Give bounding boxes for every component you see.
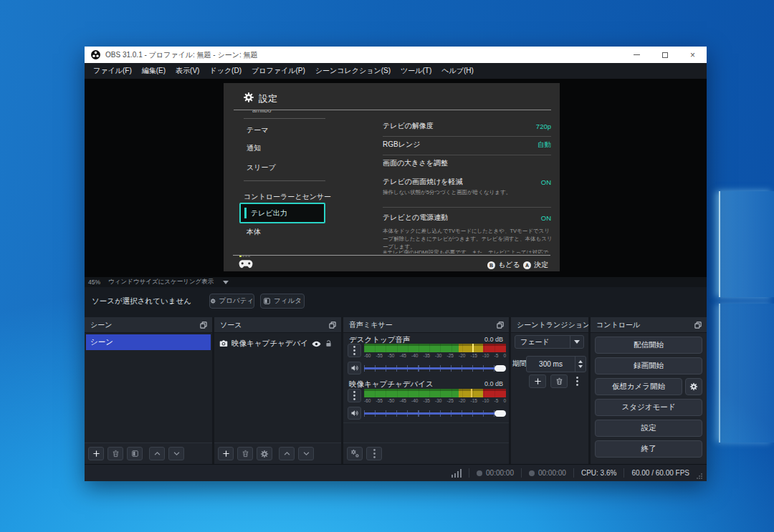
scene-item-selected[interactable]: シーン [86,334,211,350]
sources-dock-header: ソース [214,317,341,333]
scale-dropdown-caret-icon[interactable] [223,281,229,284]
minimize-button[interactable] [623,47,651,63]
settings-desc-burnin: 操作しない状態が5分つづくと画面が暗くなります。 [383,188,553,196]
menu-view[interactable]: 表示(V) [171,66,204,76]
source-name: 映像キャプチャデバイス [231,339,308,349]
duration-value: 300 ms [527,360,575,368]
volume-slider[interactable] [364,410,506,417]
sources-toolbar [214,442,341,464]
virtual-camera-settings-button[interactable] [685,378,702,395]
sidebar-item-sleep: スリープ [247,163,276,173]
menu-profile[interactable]: プロファイル(P) [247,66,310,76]
settings-button[interactable]: 設定 [595,420,702,437]
settings-title: 設定 [259,92,277,105]
popout-icon[interactable] [694,321,702,329]
source-toolbar: ソースが選択されていません プロパティ フィルタ [85,287,707,317]
controls-dock-title: コントロール [596,320,640,330]
sidebar-item-console: 本体 [247,227,261,237]
resize-grip[interactable] [697,473,702,481]
menubar: ファイル(F) 編集(E) 表示(V) ドック(D) プロファイル(P) シーン… [85,63,707,79]
preview-scale-bar: 45% ウィンドウサイズにスケーリング表示 [85,277,707,287]
maximize-button[interactable] [651,47,679,63]
transitions-dock-title: シーントランジション [517,320,588,330]
add-scene-button[interactable] [88,447,104,460]
mixer-separator [343,422,509,423]
channel-level: 0.0 dB [484,380,503,387]
settings-row-resolution: テレビの解像度720p [383,121,551,131]
lock-icon[interactable] [325,339,333,348]
menu-scene-collection[interactable]: シーンコレクション(S) [310,66,396,76]
mixer-body: デスクトップ音声 0.0 dB -60-55-50-45-40-35-30-25… [343,333,509,442]
remove-scene-button[interactable] [108,447,123,460]
scene-down-button[interactable] [168,447,184,460]
row-divider [383,136,551,137]
hint-ok: A 決定 [523,260,548,270]
peak-indicator [472,344,474,352]
sidebar-item-controllers: コントローラーとセンサー [244,192,331,202]
sidebar-divider [244,118,325,119]
remove-transition-button[interactable] [550,374,568,388]
settings-row-power-sync: テレビとの電源連動ON [383,213,551,223]
scenes-dock: シーン シーン [85,317,212,464]
menu-help[interactable]: ヘルプ(H) [436,66,479,76]
source-up-button[interactable] [279,447,295,460]
signal-icon [452,469,462,478]
sidebar-item-tv-output-selected: テレビ出力 [239,203,325,223]
menu-edit[interactable]: 編集(E) [137,66,171,76]
exit-button[interactable]: 終了 [595,440,702,458]
filters-button[interactable]: フィルタ [260,294,305,309]
properties-button[interactable]: プロパティ [209,294,254,309]
source-properties-button[interactable] [257,447,272,460]
volume-slider[interactable] [364,364,506,372]
transition-select[interactable]: フェード [515,335,584,349]
sidebar-item-theme: テーマ [247,125,268,135]
transition-menu-button[interactable] [571,374,583,388]
menu-docks[interactable]: ドック(D) [204,66,247,76]
volume-meter [364,389,506,397]
duration-spinner[interactable]: 300 ms [526,356,586,372]
popout-icon[interactable] [199,321,208,329]
slider-handle[interactable] [494,365,506,372]
start-streaming-button[interactable]: 配信開始 [595,337,702,354]
a-button-icon: A [523,261,531,269]
meter-scale: -60-55-50-45-40-35-30-25-20-15-10-50 [364,398,506,403]
spinner-arrows[interactable] [575,357,586,372]
source-down-button[interactable] [298,447,314,460]
popout-icon[interactable] [328,321,337,329]
remove-source-button[interactable] [237,447,253,460]
mute-speaker-button[interactable] [348,407,361,420]
meter-scale: -60-55-50-45-40-35-30-25-20-15-10-50 [364,353,506,358]
add-transition-button[interactable] [529,374,546,388]
record-icon [529,470,535,476]
scene-up-button[interactable] [149,447,165,460]
audio-mixer-dock: 音声ミキサー デスクトップ音声 0.0 dB -60-55-50-45-40-3… [343,317,509,464]
visibility-eye-icon[interactable] [312,339,321,349]
popout-icon[interactable] [496,321,505,329]
preview-area[interactable]: 設定 amiibo テーマ 通知 スリープ コントローラーとセンサー テレビ出力… [85,79,707,277]
start-virtual-camera-button[interactable]: 仮想カメラ開始 [595,378,682,395]
fps-counter: 60.00 / 60.00 FPS [631,469,689,477]
slider-handle[interactable] [494,410,506,417]
channel-menu-button[interactable] [348,389,361,402]
start-recording-button[interactable]: 録画開始 [595,357,702,374]
wallpaper-logo-pane-top [719,191,774,297]
mute-speaker-button[interactable] [348,362,361,374]
source-list: 映像キャプチャデバイス [214,333,341,442]
close-button[interactable]: × [679,47,707,63]
window-title: OBS 31.0.1 - プロファイル: 無題 - シーン: 無題 [105,50,257,60]
camera-icon [219,339,228,348]
add-source-button[interactable] [218,447,234,460]
sidebar-item-notifications: 通知 [247,143,261,153]
menu-file[interactable]: ファイル(F) [88,66,137,76]
studio-mode-button[interactable]: スタジオモード [595,399,702,416]
advanced-audio-button[interactable] [347,447,363,460]
scene-filters-button[interactable] [127,447,143,460]
mixer-dock-header: 音声ミキサー [343,317,509,333]
stream-timer: 00:00:00 [477,469,514,477]
settings-desc-power-sync: 本体をドックに差し込んでTVモードにしたときや、TVモードでスリープ解除したとき… [383,227,553,251]
menu-tools[interactable]: ツール(T) [396,66,436,76]
scale-mode-label[interactable]: ウィンドウサイズにスケーリング表示 [108,278,214,286]
channel-menu-button[interactable] [348,344,361,357]
source-item[interactable]: 映像キャプチャデバイス [214,337,341,351]
mixer-menu-button[interactable] [366,447,382,460]
